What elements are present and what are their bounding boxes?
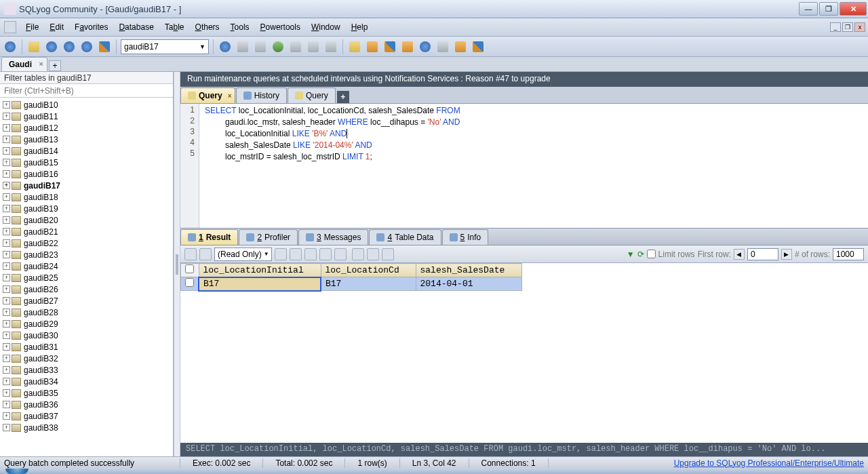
- expand-icon[interactable]: +: [3, 366, 10, 374]
- menu-help[interactable]: Help: [346, 20, 374, 35]
- query-tab-1[interactable]: Query×: [180, 87, 235, 103]
- rtb-icon-6[interactable]: [319, 248, 332, 260]
- expand-icon[interactable]: +: [3, 239, 10, 247]
- refresh-icon[interactable]: ⟳: [637, 250, 644, 259]
- tree-item-gaudiB27[interactable]: +gaudiB27: [0, 295, 173, 307]
- rtb-icon-1[interactable]: [184, 248, 197, 260]
- expand-icon[interactable]: +: [3, 297, 10, 304]
- tree-item-gaudiB13[interactable]: +gaudiB13: [0, 134, 173, 145]
- rtb-icon-2[interactable]: [199, 248, 212, 260]
- tb-icon-3[interactable]: [253, 39, 268, 54]
- menu-edit[interactable]: Edit: [44, 20, 69, 35]
- tree-item-gaudiB24[interactable]: +gaudiB24: [0, 260, 173, 272]
- expand-icon[interactable]: +: [3, 182, 10, 189]
- col-header[interactable]: loc_LocationCd: [321, 264, 416, 277]
- tb-icon-15[interactable]: [471, 39, 486, 54]
- table-row[interactable]: B17 B17 2014-04-01: [181, 277, 522, 291]
- tree-item-gaudiB35[interactable]: +gaudiB35: [0, 387, 173, 399]
- expand-icon[interactable]: +: [3, 136, 10, 143]
- stop-button[interactable]: [97, 39, 112, 54]
- expand-icon[interactable]: +: [3, 147, 10, 155]
- expand-icon[interactable]: +: [3, 101, 10, 108]
- tree-item-gaudiB21[interactable]: +gaudiB21: [0, 226, 173, 237]
- tb-icon-12[interactable]: [418, 39, 433, 54]
- checkbox-header[interactable]: [181, 264, 199, 277]
- tree-item-gaudiB28[interactable]: +gaudiB28: [0, 307, 173, 318]
- tree-item-gaudiB26[interactable]: +gaudiB26: [0, 283, 173, 295]
- tb-icon-7[interactable]: [323, 39, 338, 54]
- sql-editor[interactable]: SELECT loc_LocationInitial, loc_Location…: [199, 104, 868, 228]
- row-checkbox[interactable]: [181, 277, 199, 291]
- expand-icon[interactable]: +: [3, 159, 10, 166]
- new-query-button[interactable]: [26, 39, 41, 54]
- expand-icon[interactable]: +: [3, 355, 10, 362]
- tb-icon-6[interactable]: [306, 39, 321, 54]
- database-select[interactable]: gaudiB17 ▼: [121, 39, 209, 54]
- menu-window[interactable]: Window: [306, 20, 346, 35]
- database-tree[interactable]: +gaudiB10+gaudiB11+gaudiB12+gaudiB13+gau…: [0, 98, 173, 456]
- tree-item-gaudiB37[interactable]: +gaudiB37: [0, 410, 173, 422]
- history-tab[interactable]: History: [236, 87, 287, 103]
- tb-icon-5[interactable]: [288, 39, 303, 54]
- tb-icon-9[interactable]: [365, 39, 380, 54]
- rtb-view-3[interactable]: [382, 248, 394, 260]
- tree-item-gaudiB25[interactable]: +gaudiB25: [0, 272, 173, 283]
- filter-input[interactable]: [0, 84, 173, 98]
- tree-item-gaudiB20[interactable]: +gaudiB20: [0, 214, 173, 226]
- tree-item-gaudiB12[interactable]: +gaudiB12: [0, 122, 173, 134]
- close-icon[interactable]: ×: [39, 60, 43, 68]
- mdi-restore[interactable]: ❐: [842, 22, 853, 32]
- expand-icon[interactable]: +: [3, 424, 10, 431]
- expand-icon[interactable]: +: [3, 378, 10, 385]
- expand-icon[interactable]: +: [3, 389, 10, 397]
- rtb-icon-4[interactable]: [290, 248, 302, 260]
- expand-icon[interactable]: +: [3, 205, 10, 212]
- add-query-tab-button[interactable]: +: [337, 91, 349, 103]
- expand-icon[interactable]: +: [3, 332, 10, 339]
- tree-item-gaudiB29[interactable]: +gaudiB29: [0, 318, 173, 330]
- tab-result[interactable]: 1 Result: [180, 229, 238, 245]
- tree-item-gaudiB22[interactable]: +gaudiB22: [0, 237, 173, 249]
- expand-icon[interactable]: +: [3, 274, 10, 281]
- rows-input[interactable]: [833, 248, 864, 260]
- tb-icon-4[interactable]: [271, 39, 285, 54]
- tb-icon-14[interactable]: [453, 39, 468, 54]
- expand-icon[interactable]: +: [3, 412, 10, 420]
- tree-item-gaudiB18[interactable]: +gaudiB18: [0, 191, 173, 203]
- expand-icon[interactable]: +: [3, 228, 10, 235]
- expand-icon[interactable]: +: [3, 124, 10, 132]
- tree-item-gaudiB14[interactable]: +gaudiB14: [0, 145, 173, 157]
- rtb-icon-3[interactable]: [275, 248, 287, 260]
- rtb-view-2[interactable]: [367, 248, 379, 260]
- connection-tab-gaudi[interactable]: Gaudi ×: [1, 57, 47, 71]
- expand-icon[interactable]: +: [3, 251, 10, 258]
- expand-icon[interactable]: +: [3, 320, 10, 328]
- col-header[interactable]: loc_LocationInitial: [199, 264, 321, 277]
- mdi-close[interactable]: x: [854, 22, 865, 32]
- mdi-minimize[interactable]: _: [830, 22, 841, 32]
- tree-item-gaudiB32[interactable]: +gaudiB32: [0, 353, 173, 364]
- query-tab-2[interactable]: Query: [288, 87, 336, 103]
- start-button[interactable]: [5, 469, 28, 474]
- expand-icon[interactable]: +: [3, 309, 10, 316]
- tb-icon-11[interactable]: [400, 39, 415, 54]
- menu-file[interactable]: File: [20, 20, 44, 35]
- execute-all-button[interactable]: [62, 39, 77, 54]
- tb-icon-13[interactable]: [435, 39, 450, 54]
- tree-item-gaudiB15[interactable]: +gaudiB15: [0, 157, 173, 168]
- tab-profiler[interactable]: 2 Profiler: [239, 229, 298, 245]
- next-page-button[interactable]: ▶: [781, 249, 792, 260]
- close-icon[interactable]: ×: [228, 92, 232, 100]
- tab-table-data[interactable]: 4 Table Data: [369, 229, 441, 245]
- menu-table[interactable]: Table: [159, 20, 190, 35]
- expand-icon[interactable]: +: [3, 285, 10, 293]
- expand-icon[interactable]: +: [3, 193, 10, 201]
- refresh-button[interactable]: [79, 39, 94, 54]
- tab-messages[interactable]: 3 Messages: [298, 229, 368, 245]
- execute-button[interactable]: [44, 39, 59, 54]
- tree-item-gaudiB23[interactable]: +gaudiB23: [0, 249, 173, 260]
- add-connection-button[interactable]: +: [49, 60, 61, 71]
- tb-icon-1[interactable]: [218, 39, 233, 54]
- menu-favorites[interactable]: Favorites: [69, 20, 113, 35]
- expand-icon[interactable]: +: [3, 170, 10, 178]
